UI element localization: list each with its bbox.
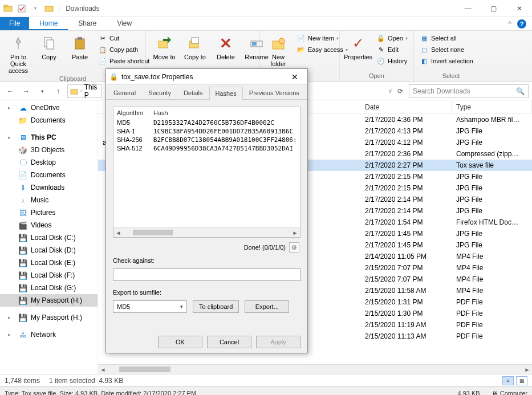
menu-tabs: File Home Share View ^ ? — [0, 17, 532, 31]
paste-button[interactable]: Paste — [66, 33, 94, 62]
nav-recent-dropdown[interactable]: ▾ — [35, 84, 49, 98]
view-icons-toggle[interactable]: ▦ — [516, 376, 527, 385]
copy-to-button[interactable]: Copy to — [181, 33, 209, 62]
ok-button[interactable]: OK — [158, 336, 202, 348]
qa-checkbox-icon[interactable] — [17, 4, 26, 13]
breadcrumb[interactable]: › This P — [67, 84, 101, 98]
file-tab[interactable]: File — [0, 17, 29, 30]
edit-button[interactable]: ✎Edit — [375, 44, 409, 55]
header-date[interactable]: Date — [360, 101, 452, 113]
svg-rect-1 — [4, 5, 7, 7]
hash-scrollbar[interactable]: ◄ ► — [113, 227, 300, 237]
open-button[interactable]: 🔓Open▾ — [375, 33, 409, 43]
history-button[interactable]: 🕘History — [375, 56, 409, 66]
svg-rect-7 — [78, 37, 82, 40]
sidebar-item[interactable]: 💾Local Disk (E:) — [0, 256, 98, 269]
cut-button[interactable]: ✂Cut — [97, 33, 151, 43]
nav-up-button[interactable]: ↑ — [51, 84, 65, 98]
qa-dropdown-icon[interactable]: ▾ — [31, 4, 40, 13]
select-all-button[interactable]: ▦Select all — [419, 33, 474, 43]
check-against-input[interactable] — [113, 268, 300, 281]
hash-header-algo[interactable]: Algorithm — [117, 109, 153, 116]
hash-scroll-thumb[interactable] — [133, 230, 173, 235]
move-to-button[interactable]: Move to — [151, 33, 178, 62]
scroll-left-arrow[interactable]: ◄ — [98, 365, 108, 374]
sidebar-item[interactable]: ⬇Downloads — [0, 181, 98, 194]
sidebar-item[interactable]: 🖵Desktop — [0, 156, 98, 169]
export-format-combo[interactable]: MD5 ▾ — [113, 300, 187, 313]
delete-button[interactable]: ✕Delete — [212, 33, 239, 62]
tab-home[interactable]: Home — [29, 17, 68, 30]
minimize-button[interactable]: — — [455, 0, 481, 17]
hash-row[interactable]: SHA-256B2FCBB8D07C138054ABB9A018100C3FF2… — [113, 136, 300, 144]
new-folder-button[interactable]: New folder — [265, 33, 292, 68]
dialog-close-button[interactable]: ✕ — [286, 71, 304, 83]
settings-gear-button[interactable]: ⚙ — [289, 242, 299, 253]
dialog-tab-security[interactable]: Security — [142, 86, 177, 99]
search-input[interactable]: Search Downloads 🔍 — [409, 84, 529, 98]
ribbon-collapse-caret[interactable]: ^ — [508, 20, 511, 28]
header-type[interactable]: Type — [452, 101, 532, 113]
maximize-button[interactable]: ▢ — [481, 0, 506, 17]
horizontal-scrollbar[interactable]: ◄ ► — [98, 364, 532, 374]
paste-icon — [71, 34, 89, 52]
sidebar-item[interactable]: 💾Local Disk (C:) — [0, 231, 98, 244]
sidebar-item[interactable]: 💾Local Disk (G:) — [0, 282, 98, 294]
sidebar-item[interactable]: 🖼Pictures — [0, 206, 98, 219]
hash-header-hash[interactable]: Hash — [153, 109, 168, 116]
hash-scroll-left[interactable]: ◄ — [113, 228, 123, 238]
pin-quick-access-button[interactable]: Pin to Quick access — [5, 33, 32, 75]
view-details-toggle[interactable]: ≡ — [502, 376, 514, 385]
hash-row[interactable]: SHA-11C9BC38FA954DD26FE001DD72B35A68913B… — [113, 127, 300, 136]
copy-path-button[interactable]: 📋Copy path — [97, 44, 151, 55]
download-icon: ⬇ — [18, 183, 27, 192]
help-icon[interactable]: ? — [517, 19, 526, 28]
hash-scroll-right[interactable]: ► — [290, 228, 300, 238]
dialog-titlebar[interactable]: 🔒 tox_save.tox Properties ✕ — [106, 69, 307, 85]
nav-back-button[interactable]: ← — [3, 84, 17, 98]
tab-view[interactable]: View — [107, 17, 142, 30]
dialog-tab-details[interactable]: Details — [177, 86, 209, 99]
apply-button[interactable]: Apply — [256, 336, 300, 348]
hash-row[interactable]: MD5D21953327A24D2760C5B736DF4B0002C — [113, 119, 300, 127]
cancel-button[interactable]: Cancel — [207, 336, 251, 348]
invert-selection-button[interactable]: ◧Invert selection — [419, 56, 474, 66]
dialog-tab-hashes[interactable]: Hashes — [209, 87, 243, 100]
expand-icon[interactable]: ▸ — [8, 105, 15, 111]
paste-shortcut-button[interactable]: 📄Paste shortcut — [97, 56, 151, 66]
sidebar-item[interactable]: ♪Music — [0, 194, 98, 206]
dialog-tab-general[interactable]: General — [107, 86, 142, 99]
sidebar-item[interactable]: 💾Local Disk (F:) — [0, 269, 98, 282]
move-icon — [155, 34, 173, 52]
hash-row[interactable]: SHA-5126CA49D99956D38CA3A7427D5147BBD305… — [113, 144, 300, 153]
expand-icon[interactable]: ▸ — [8, 135, 15, 140]
scroll-thumb[interactable] — [119, 367, 170, 372]
copy-button[interactable]: Copy — [35, 33, 63, 62]
sidebar-item[interactable]: ▸💾My Passport (H:) — [0, 311, 98, 324]
sidebar-item[interactable]: 📁Documents — [0, 114, 98, 127]
sidebar-item[interactable]: 🎲3D Objects — [0, 144, 98, 156]
sidebar-item[interactable]: ▸☁OneDrive — [0, 101, 98, 114]
properties-button[interactable]: ✓Properties — [344, 33, 372, 62]
nav-dropdown[interactable]: v — [389, 88, 392, 94]
dialog-tab-previous-versions[interactable]: Previous Versions — [243, 86, 306, 99]
scroll-right-arrow[interactable]: ► — [522, 365, 532, 374]
export-button[interactable]: Export... — [245, 300, 289, 313]
select-none-button[interactable]: ▢Select none — [419, 44, 474, 55]
refresh-button[interactable]: ⟳ — [394, 87, 407, 95]
to-clipboard-button[interactable]: To clipboard — [193, 300, 239, 313]
tab-share[interactable]: Share — [68, 17, 107, 30]
sidebar-item[interactable]: ▸🖥This PC — [0, 131, 98, 144]
sidebar-tree[interactable]: ▸☁OneDrive📁Documents▸🖥This PC🎲3D Objects… — [0, 100, 98, 374]
sidebar-item[interactable]: ▸🖧Network — [0, 328, 98, 341]
expand-icon[interactable]: ▸ — [8, 315, 15, 320]
expand-icon[interactable]: ▸ — [8, 332, 15, 337]
sidebar-item[interactable]: 💾My Passport (H:) — [0, 294, 98, 307]
nav-forward-button[interactable]: → — [19, 84, 33, 98]
sidebar-item[interactable]: 📄Documents — [0, 169, 98, 181]
close-button[interactable]: ✕ — [506, 0, 532, 17]
sidebar-item[interactable]: 💾Local Disk (D:) — [0, 244, 98, 256]
easy-access-icon: 📂 — [297, 45, 306, 54]
window-title: Downloads — [66, 5, 99, 13]
sidebar-item[interactable]: 🎬Videos — [0, 219, 98, 231]
